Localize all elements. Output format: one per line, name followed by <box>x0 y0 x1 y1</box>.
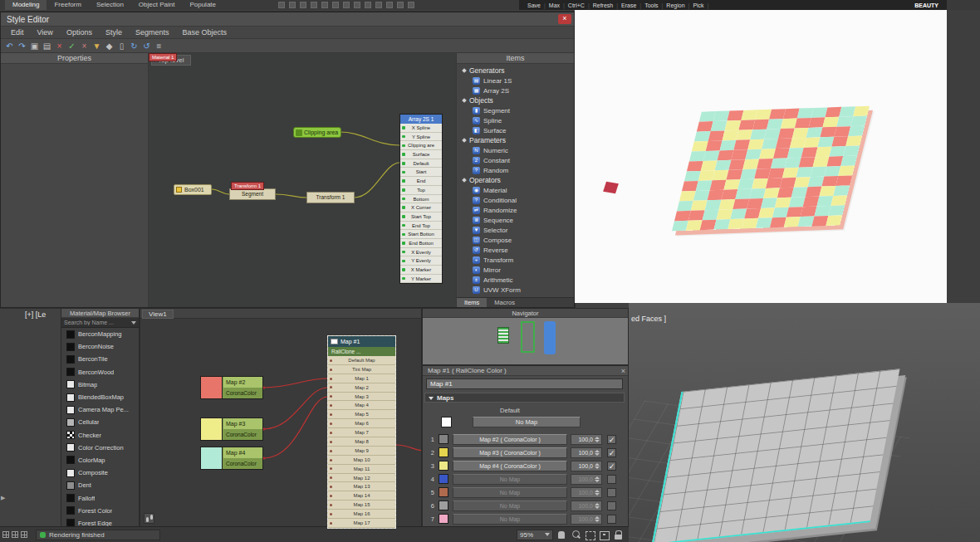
vfb-max[interactable]: Max <box>546 2 563 8</box>
vfb-refresh[interactable]: Refresh <box>590 2 617 8</box>
slot-percent-spinner[interactable]: 100,0 <box>571 447 602 458</box>
slot-map-3[interactable]: Map 3 <box>328 393 395 402</box>
array-input-y-spline[interactable]: Y Spline <box>400 133 442 142</box>
trash-icon[interactable]: ▯ <box>116 41 127 51</box>
items-item-arithmetic[interactable]: ±Arithmetic <box>458 275 574 285</box>
slot-color-swatch[interactable] <box>439 487 448 497</box>
items-panel-tab-macros[interactable]: Macros <box>487 298 522 307</box>
slot-map-15[interactable]: Map 15 <box>328 500 395 510</box>
array-input-start-botton[interactable]: Start Botton <box>400 230 442 239</box>
viewport-layout-icon[interactable] <box>21 531 27 538</box>
slot-enable-checkbox[interactable] <box>607 448 616 457</box>
search-input[interactable]: Search by Name ... <box>61 318 139 328</box>
items-item-mirror[interactable]: ◐Mirror <box>458 265 574 275</box>
slot-color-swatch[interactable] <box>439 500 448 510</box>
slot-color-swatch[interactable] <box>439 474 448 484</box>
slot-map-14[interactable]: Map 14 <box>328 491 395 500</box>
array-input-start-top[interactable]: Start Top <box>400 212 442 222</box>
items-item-uvw-xform[interactable]: UUVW XForm <box>458 285 574 295</box>
array-input-y-evenly[interactable]: Y Evenly <box>400 256 442 266</box>
items-item-compose[interactable]: ◫Compose <box>458 235 574 245</box>
map-type-falloff[interactable]: Falloff <box>61 491 139 504</box>
slot-map-9[interactable]: Map 9 <box>328 447 395 456</box>
slot-map-button[interactable]: Map #3 ( CoronaColor ) <box>453 447 567 458</box>
menu-edit[interactable]: Edit <box>4 28 31 37</box>
map-type-berconwood[interactable]: BerconWood <box>61 366 139 378</box>
items-item-sequence[interactable]: ≣Sequence <box>458 215 574 225</box>
slot-color-swatch[interactable] <box>439 514 448 524</box>
material-node[interactable]: Transform 1 <box>306 192 355 203</box>
slot-percent-spinner[interactable]: 100,0 <box>571 474 602 485</box>
array-input-bottom[interactable]: Bottom <box>400 195 442 204</box>
ribbon-tab-populate[interactable]: Populate <box>182 0 223 10</box>
toolbar-icon[interactable] <box>321 2 328 8</box>
filter-icon[interactable]: ▼ <box>91 41 102 51</box>
toolbar-icon[interactable] <box>354 2 360 8</box>
items-item-randomize[interactable]: ⇄Randomize <box>458 205 574 215</box>
sync-selected-icon[interactable]: ↺ <box>141 41 152 51</box>
vfb-pick[interactable]: Pick <box>689 2 707 8</box>
box001-node[interactable]: Box001 <box>174 184 212 195</box>
list-icon[interactable]: ≡ <box>154 41 164 51</box>
slot-map-6[interactable]: Map 6 <box>328 419 395 428</box>
items-item-reverse[interactable]: ↺Reverse <box>458 245 574 255</box>
items-group-parameters[interactable]: Parameters <box>458 135 574 145</box>
slot-color-swatch[interactable] <box>439 461 448 471</box>
segment-node[interactable]: Segment <box>229 188 276 200</box>
slot-map-button[interactable]: No Map <box>453 514 567 525</box>
items-item-numeric[interactable]: NNumeric <box>458 145 574 155</box>
undo-icon[interactable]: ↶ <box>4 41 15 51</box>
railclone-color-node[interactable]: Map #1 RailClone ... Default MapTint Map… <box>327 335 396 529</box>
ribbon-tab-selection[interactable]: Selection <box>89 0 131 10</box>
map-type-colormap[interactable]: ColorMap <box>61 454 139 466</box>
items-panel-tab-items[interactable]: Items <box>457 298 487 307</box>
map-type-forest-color[interactable]: Forest Color <box>61 505 139 517</box>
slot-map-13[interactable]: Map 13 <box>328 482 395 491</box>
array-2s-node[interactable]: Array 2S 1 X SplineY SplineClipping areS… <box>399 114 443 284</box>
delete-icon[interactable]: × <box>54 41 65 51</box>
items-group-objects[interactable]: Objects <box>458 95 574 105</box>
slot-tint-map[interactable]: Tint Map <box>328 365 395 374</box>
slot-map-16[interactable]: Map 16 <box>328 510 395 519</box>
array-input-top[interactable]: Top <box>400 186 442 195</box>
array-input-end[interactable]: End <box>400 177 442 186</box>
expand-arrow-icon[interactable] <box>1 495 5 501</box>
menu-options[interactable]: Options <box>60 28 99 37</box>
corona-color-node-3[interactable]: Map #3CoronaColor <box>200 417 263 441</box>
default-map-button[interactable]: No Map <box>473 417 581 427</box>
zoom-icon[interactable] <box>571 530 581 540</box>
array-input-x-evenly[interactable]: X Evenly <box>400 248 442 257</box>
corona-color-node-4[interactable]: Map #4CoronaColor <box>200 447 263 470</box>
slot-percent-spinner[interactable]: 100,0 <box>571 514 602 525</box>
slot-map-button[interactable]: No Map <box>453 500 567 511</box>
viewport-layout-icon[interactable] <box>2 531 9 538</box>
copy-icon[interactable]: ▣ <box>29 41 40 51</box>
array-input-x-marker[interactable]: X Marker <box>400 266 442 275</box>
map-type-cellular[interactable]: Cellular <box>61 416 139 428</box>
array-input-x-corner[interactable]: X Corner <box>400 203 442 212</box>
chevron-down-icon[interactable] <box>131 321 136 325</box>
default-color-swatch[interactable] <box>441 417 452 427</box>
slot-map-10[interactable]: Map 10 <box>328 456 395 465</box>
style-graph-canvas[interactable]: Top level Clipping area Box001 Transform… <box>149 53 458 307</box>
array-input-surface[interactable]: Surface <box>400 150 442 159</box>
slot-map-5[interactable]: Map 5 <box>328 410 395 419</box>
clipping-area-node[interactable]: Clipping area <box>293 127 341 138</box>
array-input-clipping-are[interactable]: Clipping are <box>400 141 442 150</box>
vfb-tools[interactable]: Tools <box>641 2 661 8</box>
items-item-constant[interactable]: 2Constant <box>458 155 574 165</box>
map-type-bitmap[interactable]: Bitmap <box>61 378 139 391</box>
menu-segments[interactable]: Segments <box>129 28 176 37</box>
vfb-save[interactable]: Save <box>524 2 544 8</box>
items-item-transform[interactable]: +Transform <box>458 255 574 265</box>
vfb-erase[interactable]: Erase <box>618 2 639 8</box>
items-group-generators[interactable]: Generators <box>458 66 574 76</box>
slot-enable-checkbox[interactable] <box>607 435 616 444</box>
navigator-view-region[interactable] <box>521 321 535 353</box>
slot-enable-checkbox[interactable] <box>607 501 616 510</box>
slot-map-2[interactable]: Map 2 <box>328 383 395 393</box>
ribbon-tab-freeform[interactable]: Freeform <box>47 0 88 10</box>
toolbar-icon[interactable] <box>408 2 414 8</box>
pin-icon[interactable]: ◆ <box>104 41 115 51</box>
perspective-viewport[interactable]: ed Faces ] <box>629 303 980 542</box>
